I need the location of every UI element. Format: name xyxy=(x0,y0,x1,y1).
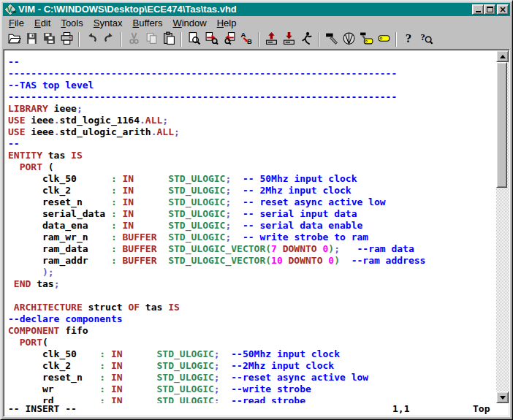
code-line[interactable]: --declare components xyxy=(8,313,496,325)
code-line[interactable]: ram_data : BUFFER STD_ULOGIC_VECTOR(7 DO… xyxy=(8,243,496,255)
code-segment: IN xyxy=(123,173,134,184)
code-segment: clk_50 xyxy=(8,348,99,359)
code-line[interactable]: data_ena : IN STD_ULOGIC; -- serial data… xyxy=(8,220,496,232)
mode-indicator: -- INSERT -- xyxy=(8,403,77,415)
code-line[interactable]: clk_2 : IN STD_ULOGIC; --2Mhz input cloc… xyxy=(8,360,496,372)
toolbar-separator xyxy=(395,32,397,47)
code-segment: STD_ULOGIC xyxy=(168,220,225,231)
menu-item-tools[interactable]: Tools xyxy=(56,17,88,29)
scrollbar-down-button[interactable] xyxy=(496,392,509,403)
toolbar-button-run-script[interactable] xyxy=(297,31,315,48)
code-segment: STD_ULOGIC_VECTOR( xyxy=(168,255,271,266)
code-line[interactable]: reset_n : IN STD_ULOGIC; --reset async a… xyxy=(8,372,496,383)
code-line[interactable]: ARCHITECTURE struct OF tas IS xyxy=(8,302,496,313)
code-line[interactable]: serial_data : IN STD_ULOGIC; -- serial i… xyxy=(8,208,496,220)
code-segment: --TAS top level xyxy=(8,80,94,91)
toolbar-button-save-all[interactable] xyxy=(40,31,58,48)
code-line[interactable]: PORT ( xyxy=(8,161,496,173)
code-line[interactable]: END tas; xyxy=(8,278,496,290)
code-line[interactable]: wr : IN STD_ULOGIC; --write strobe xyxy=(8,383,496,395)
code-segment: ; xyxy=(174,126,180,137)
scrollbar-up-button[interactable] xyxy=(496,50,509,62)
code-line[interactable]: ----------------------------------------… xyxy=(8,91,496,103)
code-line[interactable] xyxy=(8,290,496,302)
toolbar-button-save-session[interactable] xyxy=(280,31,297,48)
menu-item-file[interactable]: File xyxy=(4,17,29,29)
code-segment: -- 2Mhz input clock xyxy=(243,185,352,196)
code-segment: ( xyxy=(42,161,54,172)
code-line[interactable]: clk_50 : IN STD_ULOGIC; --50Mhz input cl… xyxy=(8,348,496,360)
editor-text-area[interactable]: ----------------------------------------… xyxy=(4,50,496,403)
code-segment: IN xyxy=(123,185,134,196)
code-line[interactable]: clk_50 : IN STD_ULOGIC; -- 50Mhz input c… xyxy=(8,173,496,185)
code-line[interactable]: rd : IN STD_ULOGIC; --read strobe xyxy=(8,395,496,403)
code-segment xyxy=(231,220,243,231)
toolbar-button-open[interactable] xyxy=(5,31,23,48)
toolbar-button-tag-jump[interactable] xyxy=(375,31,392,48)
code-line[interactable]: USE ieee.std_ulogic_arith.ALL; xyxy=(8,126,496,138)
toolbar-button-shell[interactable] xyxy=(340,31,357,48)
code-segment xyxy=(157,232,169,243)
save-session-icon xyxy=(282,31,296,48)
toolbar-button-print[interactable] xyxy=(58,31,75,48)
code-line[interactable]: ENTITY tas IS xyxy=(8,150,496,161)
code-line[interactable]: reset_n : IN STD_ULOGIC; -- reset async … xyxy=(8,196,496,208)
code-line[interactable]: ); xyxy=(8,267,496,278)
scrollbar-track[interactable] xyxy=(496,62,509,392)
toolbar-button-redo[interactable] xyxy=(100,31,118,48)
make-icon xyxy=(324,31,338,48)
menu-item-syntax[interactable]: Syntax xyxy=(88,17,128,29)
maximize-button[interactable] xyxy=(484,4,495,15)
vertical-scrollbar[interactable] xyxy=(496,50,509,403)
find-help-icon: ? xyxy=(419,31,433,48)
code-line[interactable]: -- xyxy=(8,56,496,68)
menu-item-window[interactable]: Window xyxy=(167,17,211,29)
toolbar-button-find-prev[interactable] xyxy=(220,31,238,48)
toolbar-button-save[interactable] xyxy=(23,31,40,48)
code-line[interactable]: ----------------------------------------… xyxy=(8,68,496,80)
toolbar-button-help[interactable]: ? xyxy=(400,31,417,48)
code-segment: -- xyxy=(8,56,20,67)
code-segment xyxy=(283,255,289,266)
code-line[interactable]: USE ieee.std_logic_1164.ALL; xyxy=(8,115,496,126)
toolbar-button-find-help[interactable]: ? xyxy=(417,31,435,48)
toolbar-button-replace[interactable]: AB xyxy=(238,31,255,48)
toolbar-button-undo[interactable] xyxy=(83,31,100,48)
code-segment xyxy=(220,383,232,394)
code-line[interactable]: ram_wr_n : BUFFER STD_ULOGIC; -- write s… xyxy=(8,232,496,243)
menu-item-buffers[interactable]: Buffers xyxy=(127,17,167,29)
menu-item-help[interactable]: Help xyxy=(212,17,242,29)
scrollbar-thumb[interactable] xyxy=(496,62,507,188)
code-line[interactable]: clk_2 : IN STD_ULOGIC; -- 2Mhz input clo… xyxy=(8,185,496,196)
toolbar-button-run-ctags[interactable] xyxy=(357,31,375,48)
code-segment: tas xyxy=(140,302,168,313)
menu-item-edit[interactable]: Edit xyxy=(29,17,56,29)
toolbar-button-make[interactable] xyxy=(322,31,340,48)
code-segment: ; xyxy=(77,103,83,114)
code-segment: ALL xyxy=(157,126,174,137)
code-line[interactable]: --TAS top level xyxy=(8,80,496,91)
code-segment: : xyxy=(111,255,117,266)
paste-icon xyxy=(162,31,176,48)
toolbar-button-load-session[interactable] xyxy=(262,31,280,48)
close-button[interactable]: × xyxy=(497,4,509,15)
code-segment xyxy=(117,173,123,184)
code-segment: ram_addr xyxy=(8,255,111,266)
code-segment xyxy=(220,360,232,371)
minimize-button[interactable] xyxy=(472,4,484,15)
toolbar-button-paste[interactable] xyxy=(160,31,178,48)
help-icon: ? xyxy=(402,31,416,48)
code-line[interactable]: COMPONENT fifo xyxy=(8,325,496,337)
code-line[interactable]: ram_addr : BUFFER STD_ULOGIC_VECTOR(10 D… xyxy=(8,255,496,267)
code-segment: IN xyxy=(111,360,123,371)
toolbar-button-find-next[interactable] xyxy=(202,31,220,48)
code-line[interactable]: LIBRARY ieee; xyxy=(8,103,496,115)
code-segment: . xyxy=(140,115,145,126)
code-line[interactable]: -- xyxy=(8,138,496,150)
code-segment: fifo xyxy=(59,325,88,336)
toolbar-button-find[interactable] xyxy=(185,31,202,48)
code-line[interactable]: PORT( xyxy=(8,337,496,348)
title-bar[interactable]: Vim VIM - C:\WINDOWS\Desktop\ECE474\Tas\… xyxy=(3,3,510,16)
code-segment: STD_ULOGIC xyxy=(168,232,225,243)
code-segment: serial_data xyxy=(8,208,111,219)
